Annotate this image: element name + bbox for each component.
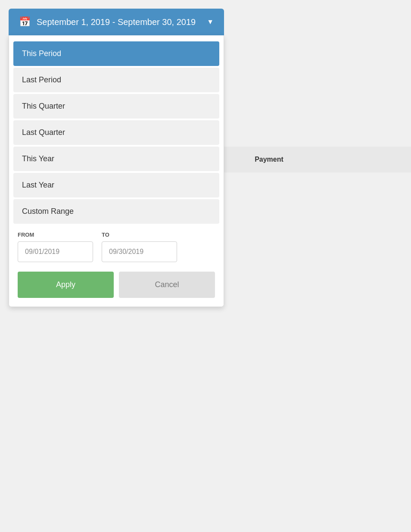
cancel-button[interactable]: Cancel <box>119 272 215 298</box>
calendar-icon: 📅 <box>19 16 31 28</box>
date-range-text: September 1, 2019 - September 30, 2019 <box>37 17 201 27</box>
from-label: FROM <box>18 232 93 238</box>
date-labels-row: FROM TO <box>18 232 215 238</box>
menu-item-this-year[interactable]: This Year <box>13 147 219 171</box>
apply-button[interactable]: Apply <box>18 272 114 298</box>
page-container: ce # Payment 📅 September 1, 2019 - Septe… <box>0 0 411 532</box>
date-inputs-section: FROM TO <box>13 225 219 266</box>
menu-item-custom-range[interactable]: Custom Range <box>13 199 219 224</box>
date-range-header-button[interactable]: 📅 September 1, 2019 - September 30, 2019… <box>9 9 224 35</box>
menu-item-this-period[interactable]: This Period <box>13 41 219 66</box>
date-range-dropdown: 📅 September 1, 2019 - September 30, 2019… <box>9 9 224 307</box>
buttons-row: Apply Cancel <box>13 266 219 302</box>
chevron-down-icon: ▼ <box>207 18 214 26</box>
dropdown-panel: This Period Last Period This Quarter Las… <box>9 35 224 307</box>
col-payment-header: Payment <box>255 156 283 163</box>
menu-item-last-quarter[interactable]: Last Quarter <box>13 120 219 145</box>
to-date-input[interactable] <box>102 241 177 262</box>
from-date-input[interactable] <box>18 241 93 262</box>
menu-item-this-quarter[interactable]: This Quarter <box>13 94 219 119</box>
menu-item-last-year[interactable]: Last Year <box>13 173 219 197</box>
date-inputs-row <box>18 241 215 262</box>
to-label: TO <box>102 232 177 238</box>
menu-item-last-period[interactable]: Last Period <box>13 68 219 92</box>
table-header-strip: ce # Payment <box>198 147 411 172</box>
